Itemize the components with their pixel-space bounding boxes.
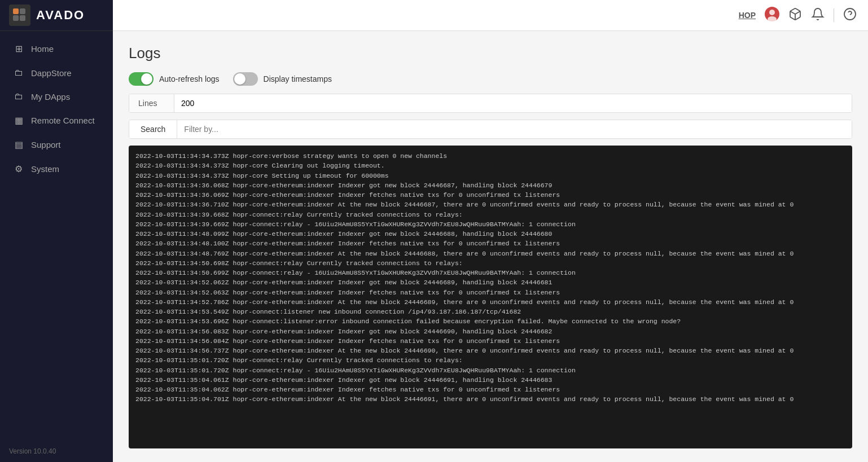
sidebar-item-support[interactable]: ▤ Support (0, 133, 113, 157)
log-line: 2022-10-03T11:34:53.696Z hopr-connect:li… (135, 316, 845, 326)
sidebar-item-label-home: Home (31, 44, 54, 54)
log-line: 2022-10-03T11:35:01.720Z hopr-connect:re… (135, 355, 845, 365)
topbar-divider (834, 8, 834, 22)
sidebar-item-label-system: System (31, 164, 59, 174)
lines-row: Lines (129, 94, 852, 113)
user-avatar-icon[interactable] (765, 7, 779, 24)
logo-icon (9, 5, 30, 26)
log-line: 2022-10-03T11:34:36.069Z hopr-core-ether… (135, 190, 845, 200)
lines-input[interactable] (174, 94, 852, 112)
sidebar-item-system[interactable]: ⚙ System (0, 157, 113, 181)
box-icon[interactable] (788, 7, 802, 24)
lines-label: Lines (129, 94, 174, 112)
log-line: 2022-10-03T11:34:34.373Z hopr-core Clear… (135, 161, 845, 170)
log-line: 2022-10-03T11:35:04.061Z hopr-core-ether… (135, 375, 845, 385)
log-line: 2022-10-03T11:34:52.786Z hopr-core-ether… (135, 297, 845, 307)
svg-point-10 (844, 8, 856, 20)
page-title: Logs (129, 45, 852, 62)
sidebar-item-label-dappstore: DappStore (31, 68, 72, 78)
log-line: 2022-10-03T11:35:04.701Z hopr-core-ether… (135, 394, 845, 404)
log-line: 2022-10-03T11:34:56.083Z hopr-core-ether… (135, 327, 845, 336)
auto-refresh-toggle-group: Auto-refresh logs (129, 72, 220, 86)
search-row: Search (129, 120, 852, 139)
log-line: 2022-10-03T11:34:50.698Z hopr-connect:re… (135, 258, 845, 268)
controls-row: Auto-refresh logs Display timestamps (129, 72, 852, 86)
log-line: 2022-10-03T11:35:01.720Z hopr-connect:re… (135, 366, 845, 375)
hop-link[interactable]: HOP (739, 11, 756, 20)
topbar: HOP (113, 0, 868, 31)
auto-refresh-toggle[interactable] (129, 72, 154, 86)
system-icon: ⚙ (13, 164, 24, 174)
svg-point-5 (769, 10, 775, 15)
mydapps-icon: 🗀 (13, 91, 24, 102)
display-timestamps-knob (234, 73, 246, 85)
sidebar-item-label-support: Support (31, 140, 61, 149)
sidebar-item-home[interactable]: ⊞ Home (0, 37, 113, 61)
log-line: 2022-10-03T11:34:52.062Z hopr-core-ether… (135, 278, 845, 287)
auto-refresh-knob (141, 73, 152, 85)
sidebar-item-label-mydapps: My DApps (31, 92, 70, 102)
log-line: 2022-10-03T11:35:04.062Z hopr-core-ether… (135, 385, 845, 394)
home-icon: ⊞ (13, 43, 24, 54)
log-line: 2022-10-03T11:34:48.100Z hopr-core-ether… (135, 239, 845, 248)
sidebar-item-label-remote-connect: Remote Connect (31, 116, 95, 125)
log-line: 2022-10-03T11:34:56.084Z hopr-core-ether… (135, 336, 845, 346)
sidebar: AVADO ⊞ Home 🗀 DappStore 🗀 My DApps ▦ Re… (0, 0, 113, 462)
notification-icon[interactable] (811, 7, 825, 24)
log-line: 2022-10-03T11:34:53.549Z hopr-connect:li… (135, 307, 845, 316)
main-area: HOP (113, 0, 868, 462)
dappstore-icon: 🗀 (13, 68, 24, 78)
log-line: 2022-10-03T11:34:36.068Z hopr-core-ether… (135, 181, 845, 190)
auto-refresh-label: Auto-refresh logs (159, 74, 220, 83)
display-timestamps-label: Display timestamps (264, 74, 332, 83)
log-line: 2022-10-03T11:34:52.063Z hopr-core-ether… (135, 288, 845, 297)
svg-line-9 (795, 11, 800, 14)
logo-text: AVADO (36, 8, 85, 23)
svg-rect-2 (13, 15, 19, 21)
support-icon: ▤ (13, 139, 24, 150)
log-line: 2022-10-03T11:34:48.769Z hopr-core-ether… (135, 249, 845, 258)
log-line: 2022-10-03T11:34:36.710Z hopr-core-ether… (135, 200, 845, 209)
log-line: 2022-10-03T11:34:34.373Z hopr-core Setti… (135, 171, 845, 181)
svg-rect-1 (20, 8, 25, 14)
search-button[interactable]: Search (129, 120, 177, 138)
sidebar-nav: ⊞ Home 🗀 DappStore 🗀 My DApps ▦ Remote C… (0, 31, 113, 441)
svg-line-7 (790, 11, 795, 14)
remote-connect-icon: ▦ (13, 115, 24, 126)
logo-area: AVADO (0, 0, 113, 31)
display-timestamps-toggle-group: Display timestamps (233, 72, 332, 86)
log-line: 2022-10-03T11:34:48.099Z hopr-core-ether… (135, 229, 845, 239)
log-line: 2022-10-03T11:34:34.373Z hopr-core:verbo… (135, 151, 845, 161)
svg-rect-3 (20, 15, 25, 21)
search-input[interactable] (177, 120, 852, 138)
log-line: 2022-10-03T11:34:56.737Z hopr-core-ether… (135, 346, 845, 355)
sidebar-item-mydapps[interactable]: 🗀 My DApps (0, 85, 113, 108)
log-line: 2022-10-03T11:34:50.699Z hopr-connect:re… (135, 268, 845, 278)
log-line: 2022-10-03T11:34:39.669Z hopr-connect:re… (135, 219, 845, 229)
display-timestamps-toggle[interactable] (233, 72, 258, 86)
help-icon[interactable] (843, 7, 857, 24)
svg-rect-0 (13, 8, 19, 14)
sidebar-item-dappstore[interactable]: 🗀 DappStore (0, 61, 113, 85)
log-area[interactable]: 2022-10-03T11:34:34.373Z hopr-core:verbo… (129, 146, 852, 448)
version-label: Version 10.0.40 (0, 441, 113, 462)
log-line: 2022-10-03T11:34:39.668Z hopr-connect:re… (135, 210, 845, 219)
sidebar-item-remote-connect[interactable]: ▦ Remote Connect (0, 108, 113, 133)
content-area: Logs Auto-refresh logs Display timestamp… (113, 31, 868, 462)
